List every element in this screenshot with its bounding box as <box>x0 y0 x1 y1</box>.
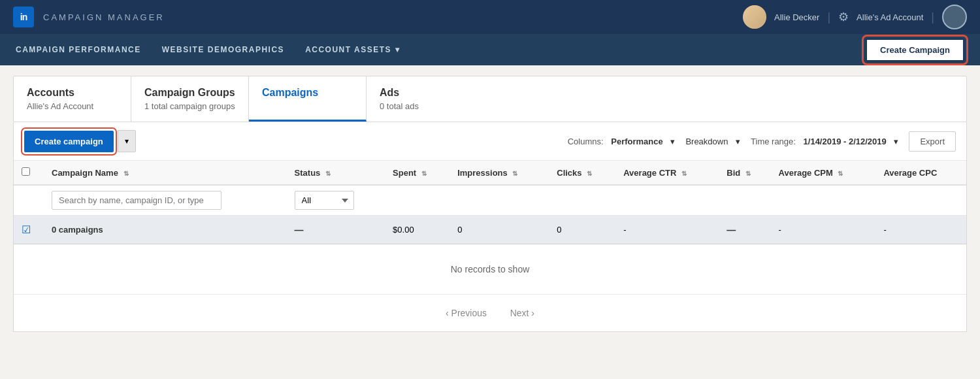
breakdown-label: Breakdown <box>685 137 728 146</box>
col-campaign-name-label: Campaign Name <box>52 168 118 178</box>
col-avg-cpm[interactable]: Average CPM ⇅ <box>771 161 876 185</box>
summary-avg-cpm: - <box>771 216 876 244</box>
col-bid-label: Bid <box>727 168 740 178</box>
nav-campaign-performance[interactable]: CAMPAIGN PERFORMANCE <box>16 42 141 57</box>
second-nav-links: CAMPAIGN PERFORMANCE WEBSITE DEMOGRAPHIC… <box>16 42 400 57</box>
second-nav: CAMPAIGN PERFORMANCE WEBSITE DEMOGRAPHIC… <box>0 34 980 65</box>
sort-clicks-icon: ⇅ <box>587 170 592 177</box>
previous-label: Previous <box>451 308 487 318</box>
campaign-search-input[interactable] <box>52 191 221 210</box>
tab-ads-title: Ads <box>380 87 953 99</box>
timerange-chevron-icon: ▾ <box>894 137 898 146</box>
export-button[interactable]: Export <box>909 131 956 152</box>
sort-avg-cpm-icon: ⇅ <box>838 170 843 177</box>
col-impressions-label: Impressions <box>457 168 508 178</box>
col-spent-label: Spent <box>393 168 416 178</box>
col-status-label: Status <box>295 168 321 178</box>
nav-account-assets-label: ACCOUNT ASSETS <box>305 45 391 54</box>
tab-ads[interactable]: Ads 0 total ads <box>367 76 966 122</box>
col-avg-ctr-label: Average CTR <box>623 168 676 178</box>
columns-value: Performance <box>611 137 662 146</box>
avatar-image <box>743 5 766 29</box>
col-status[interactable]: Status ⇅ <box>287 161 385 185</box>
col-avg-cpm-label: Average CPM <box>779 168 833 178</box>
main-content: Accounts Allie's Ad Account Campaign Gro… <box>0 65 980 342</box>
status-filter-select[interactable]: All Active Paused Archived <box>295 191 354 210</box>
table-area: Create campaign ▾ Columns: Performance ▾… <box>13 122 967 332</box>
summary-bid: — <box>727 225 736 235</box>
tab-campaigns-title: Campaigns <box>262 87 353 99</box>
col-spent[interactable]: Spent ⇅ <box>385 161 449 185</box>
tab-accounts-title: Accounts <box>27 87 118 99</box>
no-records-row: No records to show <box>14 244 966 295</box>
account-name: Allie's Ad Account <box>857 12 923 22</box>
pagination-row: ‹ Previous Next › <box>14 295 966 332</box>
table-header-row: Campaign Name ⇅ Status ⇅ Spent ⇅ Impress… <box>14 161 966 185</box>
sort-spent-icon: ⇅ <box>421 170 427 177</box>
tab-accounts[interactable]: Accounts Allie's Ad Account <box>14 76 131 122</box>
user-name: Allie Decker <box>774 12 819 22</box>
next-label: Next <box>510 308 529 318</box>
col-bid[interactable]: Bid ⇅ <box>719 161 770 185</box>
filter-row: All Active Paused Archived <box>14 185 966 216</box>
sort-avg-ctr-icon: ⇅ <box>681 170 687 177</box>
chevron-down-icon: ▾ <box>395 45 400 54</box>
columns-label: Columns: <box>568 137 604 146</box>
col-avg-cpc: Average CPC <box>875 161 966 185</box>
chevron-left-icon: ‹ <box>446 308 449 318</box>
nav-website-demographics[interactable]: WEBSITE DEMOGRAPHICS <box>162 42 284 57</box>
user-profile-avatar[interactable] <box>942 5 967 29</box>
col-campaign-name[interactable]: Campaign Name ⇅ <box>44 161 287 185</box>
summary-avg-cpc: - <box>875 216 966 244</box>
sort-bid-icon: ⇅ <box>745 170 751 177</box>
breakdown-selector[interactable]: Breakdown ▾ <box>685 137 740 146</box>
summary-spent: $0.00 <box>385 216 449 244</box>
linkedin-logo: in <box>13 7 34 27</box>
tab-campaign-groups[interactable]: Campaign Groups 1 total campaign groups <box>131 76 249 122</box>
create-campaign-dropdown-button[interactable]: ▾ <box>118 130 136 152</box>
breakdown-chevron-icon: ▾ <box>736 137 740 146</box>
top-nav-right: Allie Decker | ⚙ Allie's Ad Account | <box>743 5 967 29</box>
tab-campaigns[interactable]: Campaigns <box>249 76 367 122</box>
user-avatar <box>743 5 766 29</box>
breadcrumb-tabs: Accounts Allie's Ad Account Campaign Gro… <box>13 76 967 122</box>
create-campaign-header-button[interactable]: Create Campaign <box>866 39 964 61</box>
col-avg-ctr[interactable]: Average CTR ⇅ <box>615 161 719 185</box>
toolbar-right: Columns: Performance ▾ Breakdown ▾ Time … <box>568 131 956 152</box>
no-records-message: No records to show <box>14 244 966 295</box>
summary-status: — <box>295 225 304 235</box>
sort-status-icon: ⇅ <box>325 170 331 177</box>
summary-clicks: 0 <box>549 216 615 244</box>
col-impressions[interactable]: Impressions ⇅ <box>449 161 549 185</box>
toolbar: Create campaign ▾ Columns: Performance ▾… <box>14 122 966 161</box>
timerange-value: 1/14/2019 - 2/12/2019 <box>804 137 887 146</box>
previous-button[interactable]: ‹ Previous <box>435 304 497 322</box>
timerange-selector[interactable]: Time range: 1/14/2019 - 2/12/2019 ▾ <box>751 137 898 146</box>
nav-account-assets[interactable]: ACCOUNT ASSETS ▾ <box>305 42 400 57</box>
separator-1: | <box>827 10 830 24</box>
tab-ads-subtitle: 0 total ads <box>380 101 953 111</box>
summary-impressions: 0 <box>449 216 549 244</box>
columns-selector[interactable]: Columns: Performance ▾ <box>568 137 676 146</box>
summary-checkbox[interactable]: ☑ <box>22 224 31 235</box>
summary-avg-ctr: - <box>615 216 719 244</box>
tab-campaign-groups-subtitle: 1 total campaign groups <box>144 101 235 111</box>
col-avg-cpc-label: Average CPC <box>883 168 937 178</box>
select-all-checkbox[interactable] <box>22 167 30 176</box>
sort-campaign-name-icon: ⇅ <box>123 170 129 177</box>
tab-campaign-groups-title: Campaign Groups <box>144 87 235 99</box>
summary-row: ☑ 0 campaigns — $0.00 0 0 - — - - <box>14 216 966 244</box>
columns-chevron-icon: ▾ <box>670 137 675 146</box>
top-nav: in CAMPAIGN MANAGER Allie Decker | ⚙ All… <box>0 0 980 34</box>
top-nav-left: in CAMPAIGN MANAGER <box>13 7 165 27</box>
col-clicks[interactable]: Clicks ⇅ <box>549 161 615 185</box>
settings-icon[interactable]: ⚙ <box>838 10 849 24</box>
col-clicks-label: Clicks <box>557 168 581 178</box>
timerange-label: Time range: <box>751 137 796 146</box>
chevron-right-icon: › <box>531 308 534 318</box>
next-button[interactable]: Next › <box>500 304 545 322</box>
nav-brand: CAMPAIGN MANAGER <box>43 12 165 22</box>
create-campaign-table-button[interactable]: Create campaign <box>24 131 114 152</box>
campaigns-count: 0 campaigns <box>52 225 103 235</box>
campaigns-table: Campaign Name ⇅ Status ⇅ Spent ⇅ Impress… <box>14 161 966 331</box>
